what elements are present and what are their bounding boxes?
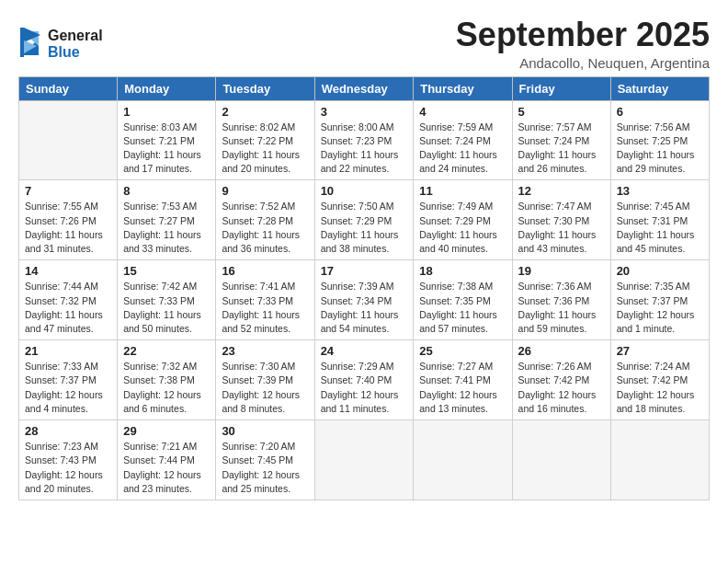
calendar-day: 27Sunrise: 7:24 AMSunset: 7:42 PMDayligh…: [610, 340, 709, 420]
calendar-week-row: 28Sunrise: 7:23 AMSunset: 7:43 PMDayligh…: [19, 420, 710, 500]
day-number: 18: [419, 264, 506, 278]
day-info: Sunrise: 7:52 AMSunset: 7:28 PMDaylight:…: [222, 200, 308, 256]
day-info: Sunrise: 7:24 AMSunset: 7:42 PMDaylight:…: [617, 360, 703, 416]
day-number: 6: [617, 105, 703, 119]
day-info: Sunrise: 7:32 AMSunset: 7:38 PMDaylight:…: [123, 360, 210, 416]
day-info: Sunrise: 7:59 AMSunset: 7:24 PMDaylight:…: [419, 121, 506, 177]
day-number: 1: [123, 105, 210, 119]
calendar-day: 25Sunrise: 7:27 AMSunset: 7:41 PMDayligh…: [414, 340, 512, 420]
calendar-day: [414, 420, 512, 500]
day-number: 12: [518, 184, 605, 198]
calendar-day: [19, 100, 118, 180]
calendar-day: 21Sunrise: 7:33 AMSunset: 7:37 PMDayligh…: [19, 340, 118, 420]
title-block: September 2025 Andacollo, Neuquen, Argen…: [456, 17, 710, 71]
day-number: 20: [617, 264, 703, 278]
day-number: 25: [419, 344, 506, 358]
location: Andacollo, Neuquen, Argentina: [456, 55, 710, 71]
day-number: 2: [222, 105, 308, 119]
calendar-day: 1Sunrise: 8:03 AMSunset: 7:21 PMDaylight…: [118, 100, 216, 180]
day-info: Sunrise: 7:29 AMSunset: 7:40 PMDaylight:…: [321, 360, 408, 416]
calendar-day: 8Sunrise: 7:53 AMSunset: 7:27 PMDaylight…: [118, 180, 216, 260]
header-friday: Friday: [512, 76, 610, 100]
calendar-day: 30Sunrise: 7:20 AMSunset: 7:45 PMDayligh…: [216, 420, 314, 500]
calendar-day: 26Sunrise: 7:26 AMSunset: 7:42 PMDayligh…: [512, 340, 610, 420]
header: General Blue September 2025 And: [18, 17, 710, 71]
calendar-day: 7Sunrise: 7:55 AMSunset: 7:26 PMDaylight…: [19, 180, 118, 260]
day-number: 9: [222, 184, 308, 198]
day-number: 27: [617, 344, 703, 358]
header-wednesday: Wednesday: [314, 76, 414, 100]
day-number: 7: [25, 184, 111, 198]
day-info: Sunrise: 7:44 AMSunset: 7:32 PMDaylight:…: [25, 280, 111, 336]
day-number: 26: [518, 344, 605, 358]
calendar-day: 14Sunrise: 7:44 AMSunset: 7:32 PMDayligh…: [19, 260, 118, 340]
calendar-week-row: 21Sunrise: 7:33 AMSunset: 7:37 PMDayligh…: [19, 340, 710, 420]
day-number: 19: [518, 264, 605, 278]
calendar-day: 22Sunrise: 7:32 AMSunset: 7:38 PMDayligh…: [118, 340, 216, 420]
day-number: 3: [321, 105, 408, 119]
calendar-week-row: 14Sunrise: 7:44 AMSunset: 7:32 PMDayligh…: [19, 260, 710, 340]
day-info: Sunrise: 7:30 AMSunset: 7:39 PMDaylight:…: [222, 360, 308, 416]
calendar-day: 5Sunrise: 7:57 AMSunset: 7:24 PMDaylight…: [512, 100, 610, 180]
header-saturday: Saturday: [610, 76, 709, 100]
day-info: Sunrise: 7:35 AMSunset: 7:37 PMDaylight:…: [617, 280, 703, 336]
calendar-day: 11Sunrise: 7:49 AMSunset: 7:29 PMDayligh…: [414, 180, 512, 260]
day-number: 24: [321, 344, 408, 358]
calendar-day: 19Sunrise: 7:36 AMSunset: 7:36 PMDayligh…: [512, 260, 610, 340]
header-thursday: Thursday: [414, 76, 512, 100]
day-info: Sunrise: 7:27 AMSunset: 7:41 PMDaylight:…: [419, 360, 506, 416]
header-tuesday: Tuesday: [216, 76, 314, 100]
day-info: Sunrise: 7:38 AMSunset: 7:35 PMDaylight:…: [419, 280, 506, 336]
svg-rect-7: [20, 28, 24, 57]
header-sunday: Sunday: [19, 76, 118, 100]
calendar-day: 18Sunrise: 7:38 AMSunset: 7:35 PMDayligh…: [414, 260, 512, 340]
day-number: 30: [222, 424, 308, 438]
header-monday: Monday: [118, 76, 216, 100]
calendar-day: [610, 420, 709, 500]
day-info: Sunrise: 7:57 AMSunset: 7:24 PMDaylight:…: [518, 121, 605, 177]
day-number: 13: [617, 184, 703, 198]
calendar-day: 17Sunrise: 7:39 AMSunset: 7:34 PMDayligh…: [314, 260, 414, 340]
page: General Blue September 2025 And: [0, 0, 728, 563]
day-info: Sunrise: 7:21 AMSunset: 7:44 PMDaylight:…: [123, 440, 210, 496]
day-info: Sunrise: 7:56 AMSunset: 7:25 PMDaylight:…: [617, 121, 703, 177]
svg-text:General: General: [48, 28, 103, 43]
day-info: Sunrise: 7:39 AMSunset: 7:34 PMDaylight:…: [321, 280, 408, 336]
logo-svg: General Blue: [18, 20, 119, 64]
calendar-day: 24Sunrise: 7:29 AMSunset: 7:40 PMDayligh…: [314, 340, 414, 420]
calendar-table: Sunday Monday Tuesday Wednesday Thursday…: [18, 76, 710, 500]
day-number: 16: [222, 264, 308, 278]
day-number: 21: [25, 344, 111, 358]
day-info: Sunrise: 7:26 AMSunset: 7:42 PMDaylight:…: [518, 360, 605, 416]
day-number: 5: [518, 105, 605, 119]
calendar-day: 9Sunrise: 7:52 AMSunset: 7:28 PMDaylight…: [216, 180, 314, 260]
day-info: Sunrise: 7:42 AMSunset: 7:33 PMDaylight:…: [123, 280, 210, 336]
day-number: 10: [321, 184, 408, 198]
calendar-day: 12Sunrise: 7:47 AMSunset: 7:30 PMDayligh…: [512, 180, 610, 260]
calendar-day: [314, 420, 414, 500]
day-info: Sunrise: 7:50 AMSunset: 7:29 PMDaylight:…: [321, 200, 408, 256]
calendar-day: 4Sunrise: 7:59 AMSunset: 7:24 PMDaylight…: [414, 100, 512, 180]
calendar-day: 29Sunrise: 7:21 AMSunset: 7:44 PMDayligh…: [118, 420, 216, 500]
day-number: 8: [123, 184, 210, 198]
calendar-day: 20Sunrise: 7:35 AMSunset: 7:37 PMDayligh…: [610, 260, 709, 340]
logo: General Blue: [18, 20, 119, 68]
calendar-day: 2Sunrise: 8:02 AMSunset: 7:22 PMDaylight…: [216, 100, 314, 180]
weekday-header-row: Sunday Monday Tuesday Wednesday Thursday…: [19, 76, 710, 100]
day-number: 28: [25, 424, 111, 438]
day-number: 23: [222, 344, 308, 358]
day-number: 15: [123, 264, 210, 278]
day-number: 29: [123, 424, 210, 438]
calendar-week-row: 7Sunrise: 7:55 AMSunset: 7:26 PMDaylight…: [19, 180, 710, 260]
day-info: Sunrise: 7:36 AMSunset: 7:36 PMDaylight:…: [518, 280, 605, 336]
day-info: Sunrise: 7:45 AMSunset: 7:31 PMDaylight:…: [617, 200, 703, 256]
day-info: Sunrise: 7:47 AMSunset: 7:30 PMDaylight:…: [518, 200, 605, 256]
day-number: 22: [123, 344, 210, 358]
calendar-day: [512, 420, 610, 500]
day-info: Sunrise: 7:49 AMSunset: 7:29 PMDaylight:…: [419, 200, 506, 256]
calendar-day: 10Sunrise: 7:50 AMSunset: 7:29 PMDayligh…: [314, 180, 414, 260]
calendar-day: 3Sunrise: 8:00 AMSunset: 7:23 PMDaylight…: [314, 100, 414, 180]
day-info: Sunrise: 7:41 AMSunset: 7:33 PMDaylight:…: [222, 280, 308, 336]
svg-text:Blue: Blue: [48, 44, 80, 60]
calendar-day: 23Sunrise: 7:30 AMSunset: 7:39 PMDayligh…: [216, 340, 314, 420]
